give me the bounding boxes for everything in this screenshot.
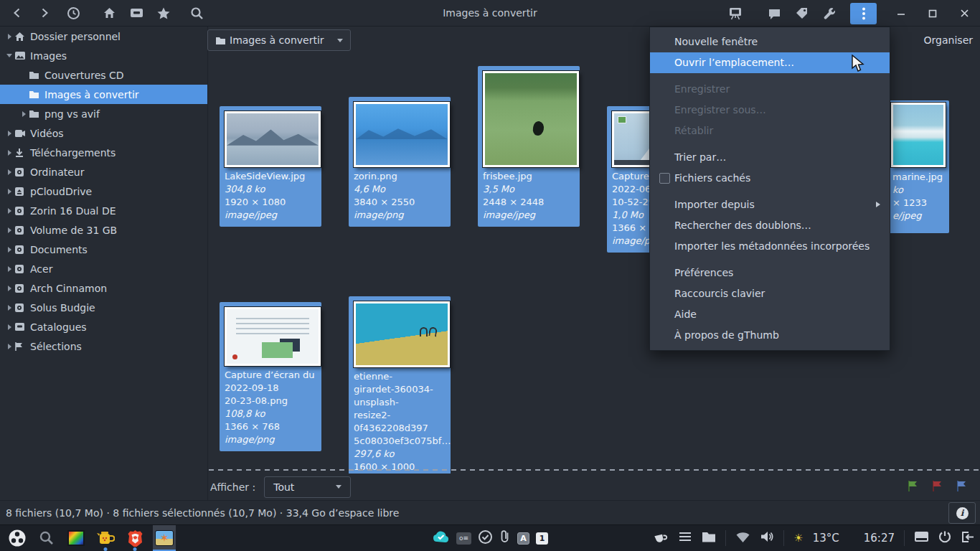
sidebar-item-selections[interactable]: Sélections: [0, 336, 207, 356]
search-launcher-icon[interactable]: [35, 525, 58, 551]
menu-item-importer-depuis[interactable]: Importer depuis: [650, 194, 890, 215]
expander-icon[interactable]: [4, 169, 14, 175]
maximize-button[interactable]: [924, 5, 941, 22]
search-icon[interactable]: [188, 4, 205, 22]
tray-app-icon[interactable]: o≡: [456, 532, 471, 545]
check-circle-icon[interactable]: [478, 529, 493, 547]
history-icon[interactable]: [65, 4, 82, 22]
expander-icon[interactable]: [4, 286, 14, 291]
expander-icon[interactable]: [4, 324, 14, 330]
filter-value: Tout: [273, 481, 294, 493]
sidebar-item-telechargements[interactable]: Téléchargements: [0, 143, 207, 162]
organize-button[interactable]: Organiser: [924, 34, 973, 46]
sidebar-item-png-vs-avif[interactable]: png vs avif: [0, 104, 207, 123]
sidebar-item-pclouddrive[interactable]: pCloudDrive: [0, 182, 207, 201]
running-indicator: [104, 547, 108, 551]
menu-item-a-propos[interactable]: À propos de gThumb: [650, 325, 890, 346]
favorites-icon[interactable]: [155, 4, 172, 22]
hamburger-menu-icon[interactable]: [678, 531, 692, 545]
expander-icon[interactable]: [4, 247, 14, 253]
tag-icon[interactable]: [793, 5, 810, 22]
expander-icon[interactable]: [4, 189, 14, 194]
menu-item-preferences[interactable]: Préférences: [650, 263, 890, 283]
sidebar-item-videos[interactable]: Vidéos: [0, 123, 207, 143]
sidebar-item-solus-budgie[interactable]: Solus Budgie: [0, 298, 207, 317]
red-flag-icon[interactable]: [931, 479, 944, 495]
logout-icon[interactable]: [961, 531, 974, 546]
sidebar-item-catalogues[interactable]: Catalogues: [0, 317, 207, 336]
sidebar-item-couvertures-cd[interactable]: Couvertures CD: [0, 65, 207, 85]
file-tile-lakesideview[interactable]: LakeSideView.jpg 304,8 ko 1920 × 1080 im…: [220, 106, 321, 227]
slideshow-icon[interactable]: [727, 5, 744, 22]
panel-settings-icon[interactable]: [914, 531, 929, 545]
color-app-icon[interactable]: [65, 525, 88, 551]
sidebar-item-ordinateur[interactable]: Ordinateur: [0, 162, 207, 182]
sidebar-item-volume-31gb[interactable]: Volume de 31 GB: [0, 220, 207, 240]
expander-icon[interactable]: [4, 150, 14, 156]
catalogs-icon[interactable]: [128, 4, 145, 22]
expander-icon[interactable]: [4, 305, 14, 311]
file-tile-zorin[interactable]: zorin.png 4,6 Mo 3840 × 2550 image/png: [349, 97, 451, 227]
chevron-down-icon: [337, 39, 343, 42]
forward-icon[interactable]: [36, 4, 53, 22]
sidebar-item-acer[interactable]: Acer: [0, 259, 207, 278]
sidebar-item-zorin-16-dual-de[interactable]: Zorin 16 Dual DE: [0, 201, 207, 220]
expander-icon[interactable]: [4, 54, 14, 57]
location-button[interactable]: Images à convertir: [207, 29, 351, 51]
filter-dropdown[interactable]: Tout: [264, 476, 351, 498]
sidebar-item-images[interactable]: Images: [0, 46, 207, 65]
expander-icon[interactable]: [4, 266, 14, 272]
menu-item-fichiers-caches[interactable]: Fichiers cachés: [650, 168, 890, 189]
menu-item-raccourcis-clavier[interactable]: Raccourcis clavier: [650, 283, 890, 304]
info-button[interactable]: i: [948, 502, 976, 524]
menu-item-nouvelle-fenetre[interactable]: Nouvelle fenêtre: [650, 32, 890, 52]
minimize-button[interactable]: [892, 5, 910, 22]
expander-icon[interactable]: [19, 111, 29, 117]
back-icon[interactable]: [9, 4, 26, 22]
checkbox-icon[interactable]: [659, 173, 670, 184]
caffeine-cup-icon[interactable]: [653, 531, 669, 546]
keyboard-layout-1-icon[interactable]: 1: [536, 532, 548, 545]
files-folder-icon[interactable]: [702, 531, 716, 545]
sidebar-item-dossier-personnel[interactable]: Dossier personnel: [0, 27, 207, 46]
sidebar-item-images-a-convertir[interactable]: Images à convertir: [0, 85, 207, 104]
file-name: 20-23-08.png: [225, 395, 316, 408]
file-tile-frisbee[interactable]: frisbee.jpg 3,5 Mo 2448 × 2448 image/jpe…: [478, 66, 580, 227]
menu-item-trier-par[interactable]: Trier par…: [650, 147, 890, 168]
teapot-app-icon[interactable]: [94, 525, 117, 551]
file-size: 108,8 ko: [225, 408, 316, 420]
expander-icon[interactable]: [4, 344, 14, 349]
menu-item-rechercher-doublons[interactable]: Rechercher des doublons…: [650, 215, 890, 236]
keyboard-layout-a-icon[interactable]: A: [517, 532, 529, 545]
wifi-icon[interactable]: [735, 531, 750, 546]
close-button[interactable]: [956, 5, 973, 22]
file-tile-capture-septembre[interactable]: Capture d’écran du 2022-09-18 20-23-08.p…: [220, 302, 321, 451]
green-flag-icon[interactable]: [907, 479, 920, 495]
menu-item-aide[interactable]: Aide: [650, 304, 890, 325]
pcloud-sync-icon[interactable]: [432, 530, 450, 546]
menu-item-importer-metadonnees[interactable]: Importer les métadonnées incorporées: [650, 236, 890, 257]
folder-tree: Dossier personnel Images Couvertures CD …: [0, 27, 208, 500]
gthumb-taskbar-icon[interactable]: ✶: [153, 525, 176, 551]
home-icon[interactable]: [100, 4, 118, 22]
file-tile-etienne-girardet[interactable]: etienne- girardet-360034- unsplash- resi…: [349, 296, 451, 474]
brave-browser-icon[interactable]: [123, 525, 146, 551]
paperclip-icon[interactable]: [499, 529, 511, 547]
expander-icon[interactable]: [4, 227, 14, 233]
blue-flag-icon[interactable]: [956, 479, 969, 495]
expander-icon[interactable]: [4, 208, 14, 214]
sidebar-item-documents[interactable]: Documents: [0, 240, 207, 259]
comment-icon[interactable]: [765, 5, 783, 22]
main-menu-button[interactable]: [850, 3, 877, 24]
expander-icon[interactable]: [4, 131, 14, 136]
tools-icon[interactable]: [820, 5, 837, 22]
sidebar-item-arch-cinnamon[interactable]: Arch Cinnamon: [0, 278, 207, 298]
clock[interactable]: 16:27: [864, 532, 895, 545]
app-menu-button[interactable]: [6, 525, 29, 551]
thumbnail-image: [483, 71, 579, 167]
drive-icon: [14, 302, 29, 314]
volume-icon[interactable]: [760, 530, 774, 546]
expander-icon[interactable]: [4, 34, 14, 39]
menu-item-enregistrer-sous: Enregistrer sous…: [650, 100, 890, 121]
power-icon[interactable]: [938, 530, 951, 546]
